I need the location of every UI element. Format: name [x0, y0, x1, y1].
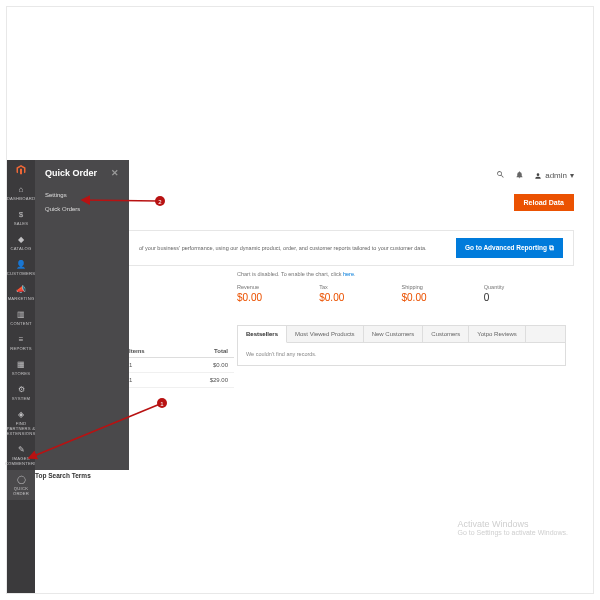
tab-yotpo-reviews[interactable]: Yotpo Reviews — [469, 326, 525, 342]
last-orders-table: ItemsTotal 1$0.001$29.00 — [129, 345, 234, 388]
tab-new-customers[interactable]: New Customers — [364, 326, 424, 342]
tab-content: We couldn't find any records. — [238, 342, 565, 365]
nav-icon: ◈ — [16, 409, 26, 419]
notifications-icon[interactable] — [515, 170, 524, 181]
sidebar-item-content[interactable]: ▥CONTENT — [7, 305, 35, 330]
enable-chart-link[interactable]: here — [343, 271, 354, 277]
nav-icon: ▥ — [16, 309, 26, 319]
sidebar-item-marketing[interactable]: 📣MARKETING — [7, 280, 35, 305]
dashboard-tabs: BestsellersMost Viewed ProductsNew Custo… — [237, 325, 566, 366]
sidebar-item-catalog[interactable]: ◆CATALOG — [7, 230, 35, 255]
nav-icon: ✎ — [16, 444, 26, 454]
top-search-terms-heading: Top Search Terms — [35, 472, 91, 479]
go-advanced-reporting-button[interactable]: Go to Advanced Reporting⧉ — [456, 238, 563, 258]
nav-icon: ◆ — [16, 234, 26, 244]
sidebar-item-images-commenters[interactable]: ✎IMAGES COMMENTERS — [7, 440, 35, 470]
close-icon[interactable]: ✕ — [111, 168, 119, 178]
search-icon[interactable] — [496, 170, 505, 181]
advanced-reporting-bar: of your business' performance, using our… — [129, 230, 574, 266]
table-row[interactable]: 1$0.00 — [129, 358, 234, 373]
tab-customers[interactable]: Customers — [423, 326, 469, 342]
quick-order-flyout: Quick Order ✕ Settings Quick Orders — [35, 160, 129, 470]
nav-icon: 📣 — [16, 284, 26, 294]
external-link-icon: ⧉ — [549, 244, 554, 251]
nav-icon: $ — [16, 209, 26, 219]
sidebar-item-customers[interactable]: 👤CUSTOMERS — [7, 255, 35, 280]
sidebar-item-dashboard[interactable]: ⌂DASHBOARD — [7, 180, 35, 205]
windows-watermark: Activate Windows Go to Settings to activ… — [458, 519, 569, 536]
reload-data-button[interactable]: Reload Data — [514, 194, 574, 211]
tab-most-viewed-products[interactable]: Most Viewed Products — [287, 326, 364, 342]
stat-tax: Tax$0.00 — [319, 284, 401, 303]
nav-icon: ⌂ — [16, 184, 26, 194]
user-menu[interactable]: admin ▾ — [534, 171, 574, 180]
nav-icon: ▦ — [16, 359, 26, 369]
chart-disabled-note: Chart is disabled. To enable the chart, … — [237, 271, 566, 277]
tab-bestsellers[interactable]: Bestsellers — [238, 326, 287, 343]
flyout-title: Quick Order — [45, 168, 97, 178]
nav-icon: ◯ — [16, 474, 26, 484]
nav-icon: ⚙ — [16, 384, 26, 394]
sidebar-item-sales[interactable]: $SALES — [7, 205, 35, 230]
advisor-text: of your business' performance, using our… — [139, 245, 448, 251]
sidebar-item-system[interactable]: ⚙SYSTEM — [7, 380, 35, 405]
top-toolbar: admin ▾ — [496, 170, 574, 181]
sidebar-item-find-partners-extensions[interactable]: ◈FIND PARTNERS & EXTENSIONS — [7, 405, 35, 440]
stats-row: Revenue$0.00Tax$0.00Shipping$0.00Quantit… — [237, 284, 566, 303]
stat-shipping: Shipping$0.00 — [402, 284, 484, 303]
sidebar-item-reports[interactable]: ≡REPORTS — [7, 330, 35, 355]
nav-icon: ≡ — [16, 334, 26, 344]
sidebar-item-quick-order[interactable]: ◯QUICK ORDER — [7, 470, 35, 500]
main-canvas: admin ▾ Reload Data of your business' pe… — [129, 160, 586, 586]
flyout-item-quick-orders[interactable]: Quick Orders — [45, 202, 119, 216]
stat-revenue: Revenue$0.00 — [237, 284, 319, 303]
flyout-item-settings[interactable]: Settings — [45, 188, 119, 202]
nav-icon: 👤 — [16, 259, 26, 269]
chevron-down-icon: ▾ — [570, 171, 574, 180]
table-row[interactable]: 1$29.00 — [129, 373, 234, 388]
sidebar-item-stores[interactable]: ▦STORES — [7, 355, 35, 380]
magento-logo — [7, 160, 35, 180]
stat-quantity: Quantity0 — [484, 284, 566, 303]
admin-sidebar: ⌂DASHBOARD$SALES◆CATALOG👤CUSTOMERS📣MARKE… — [7, 160, 35, 593]
